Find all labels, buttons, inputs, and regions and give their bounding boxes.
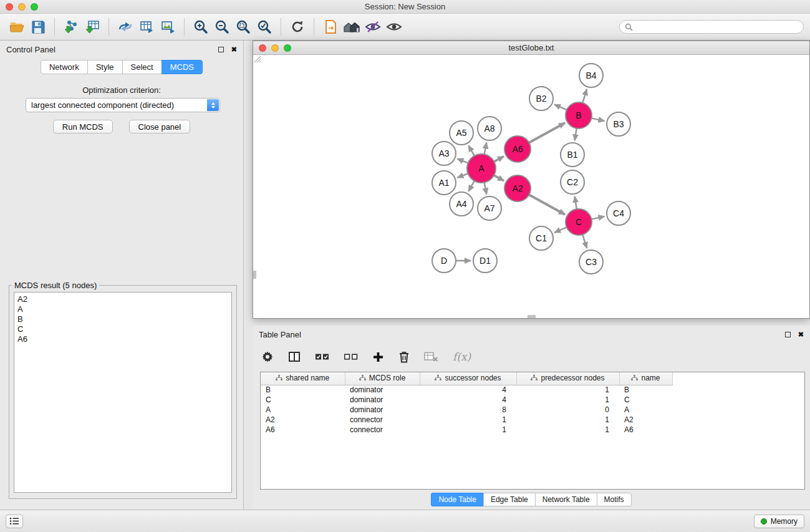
new-table-button[interactable] bbox=[136, 16, 157, 37]
node-A1[interactable]: A1 bbox=[432, 171, 456, 195]
new-network-button[interactable] bbox=[115, 16, 136, 37]
node-A2[interactable]: A2 bbox=[504, 175, 531, 201]
horizontal-scroll-marker[interactable] bbox=[528, 315, 536, 318]
table-row[interactable]: Cdominator41C bbox=[261, 395, 672, 405]
node-C3[interactable]: C3 bbox=[579, 250, 603, 274]
edge-A-A3[interactable] bbox=[457, 159, 469, 164]
network-window-titlebar[interactable]: testGlobe.txt bbox=[253, 41, 809, 55]
column-header-shared-name[interactable]: shared name bbox=[261, 372, 345, 385]
criterion-dropdown[interactable]: largest connected component (directed) bbox=[26, 98, 220, 112]
edge-A6-B[interactable] bbox=[528, 123, 566, 143]
tab-mcds[interactable]: MCDS bbox=[162, 60, 203, 74]
node-A6[interactable]: A6 bbox=[504, 136, 531, 162]
table-row[interactable]: Bdominator41B bbox=[261, 385, 672, 395]
node-B4[interactable]: B4 bbox=[579, 64, 603, 87]
mcds-result-list[interactable]: A2ABCA6 bbox=[14, 292, 232, 493]
import-network-button[interactable] bbox=[60, 16, 82, 37]
node-C[interactable]: C bbox=[566, 209, 592, 235]
float-panel-icon[interactable] bbox=[218, 47, 224, 52]
edge-B-B1[interactable] bbox=[575, 127, 577, 141]
deselect-all-button[interactable] bbox=[344, 351, 358, 362]
edge-A-A5[interactable] bbox=[468, 145, 475, 157]
result-item[interactable]: A6 bbox=[17, 334, 228, 344]
result-item[interactable]: A2 bbox=[17, 294, 228, 304]
memory-button[interactable]: Memory bbox=[754, 515, 804, 528]
table-row[interactable]: A6connector11A6 bbox=[261, 425, 672, 435]
zoom-selected-button[interactable] bbox=[254, 16, 275, 37]
column-header-MCDS-role[interactable]: MCDS role bbox=[345, 372, 420, 385]
node-A7[interactable]: A7 bbox=[478, 196, 501, 220]
edge-B-B3[interactable] bbox=[591, 118, 605, 121]
float-table-panel-icon[interactable] bbox=[785, 332, 791, 337]
export-image-button[interactable] bbox=[157, 16, 178, 37]
run-mcds-button[interactable]: Run MCDS bbox=[53, 120, 113, 133]
node-B2[interactable]: B2 bbox=[529, 87, 553, 110]
edge-C-C3[interactable] bbox=[582, 233, 587, 248]
edge-A-A7[interactable] bbox=[484, 181, 486, 195]
table-settings-button[interactable] bbox=[261, 351, 274, 363]
node-A3[interactable]: A3 bbox=[432, 142, 456, 165]
zoom-out-button[interactable] bbox=[211, 16, 233, 37]
node-table[interactable]: shared nameMCDS rolesuccessor nodesprede… bbox=[260, 372, 805, 490]
edge-A2-C[interactable] bbox=[528, 194, 566, 215]
tab-style[interactable]: Style bbox=[87, 60, 123, 74]
search-field[interactable] bbox=[619, 20, 804, 34]
tab-node-table[interactable]: Node Table bbox=[431, 493, 484, 506]
node-D[interactable]: D bbox=[432, 249, 456, 273]
tab-edge-table[interactable]: Edge Table bbox=[483, 493, 536, 506]
tab-motifs[interactable]: Motifs bbox=[597, 493, 632, 506]
close-table-panel-icon[interactable]: ✖ bbox=[798, 331, 804, 338]
node-C2[interactable]: C2 bbox=[561, 170, 584, 194]
edge-B-B2[interactable] bbox=[554, 104, 568, 110]
table-row[interactable]: Adominator80A bbox=[261, 405, 672, 415]
edge-B-B4[interactable] bbox=[582, 89, 587, 104]
node-A[interactable]: A bbox=[467, 154, 496, 183]
table-row[interactable]: A2connector11A2 bbox=[261, 415, 672, 425]
open-session-button[interactable] bbox=[6, 16, 27, 37]
zoom-in-button[interactable] bbox=[190, 16, 211, 37]
result-item[interactable]: A bbox=[17, 304, 228, 314]
close-window-button[interactable] bbox=[6, 3, 13, 11]
node-A4[interactable]: A4 bbox=[450, 192, 473, 216]
node-A5[interactable]: A5 bbox=[450, 121, 473, 145]
save-session-button[interactable] bbox=[27, 16, 49, 37]
node-D1[interactable]: D1 bbox=[473, 249, 497, 273]
export-document-button[interactable] bbox=[320, 16, 341, 37]
close-panel-icon[interactable]: ✖ bbox=[231, 46, 237, 53]
column-header-predecessor-nodes[interactable]: predecessor nodes bbox=[516, 372, 619, 385]
network-canvas[interactable]: AA6A2BCA5A8A3A1A4A7B2B4B3B1C2C4C1C3DD1 bbox=[253, 55, 809, 318]
node-B3[interactable]: B3 bbox=[607, 112, 630, 136]
node-B1[interactable]: B1 bbox=[561, 143, 584, 167]
vertical-scroll-marker[interactable] bbox=[253, 271, 256, 279]
edge-A-A4[interactable] bbox=[468, 180, 475, 191]
edge-C-C4[interactable] bbox=[591, 216, 605, 220]
node-C1[interactable]: C1 bbox=[529, 226, 553, 250]
select-all-button[interactable] bbox=[315, 351, 329, 362]
edge-A-A1[interactable] bbox=[458, 173, 470, 178]
result-item[interactable]: B bbox=[17, 314, 228, 324]
edge-A-A8[interactable] bbox=[484, 143, 486, 156]
node-B[interactable]: B bbox=[566, 102, 592, 128]
zoom-fit-button[interactable] bbox=[233, 16, 254, 37]
tab-select[interactable]: Select bbox=[122, 60, 162, 74]
task-history-button[interactable] bbox=[6, 515, 23, 528]
column-header-successor-nodes[interactable]: successor nodes bbox=[420, 372, 516, 385]
delete-table-button[interactable] bbox=[424, 351, 438, 362]
network-zoom-button[interactable] bbox=[284, 44, 291, 52]
edge-C-C1[interactable] bbox=[554, 227, 568, 233]
function-builder-button[interactable]: f(x) bbox=[453, 351, 471, 363]
show-details-button[interactable] bbox=[383, 16, 405, 37]
edge-C-C2[interactable] bbox=[575, 196, 577, 211]
add-column-button[interactable] bbox=[372, 351, 384, 363]
close-panel-button[interactable]: Close panel bbox=[129, 120, 191, 133]
import-table-button[interactable] bbox=[82, 16, 103, 37]
hide-details-button[interactable] bbox=[362, 16, 383, 37]
search-input[interactable] bbox=[636, 22, 798, 31]
network-overview-button[interactable] bbox=[341, 16, 362, 37]
show-columns-button[interactable] bbox=[288, 351, 301, 363]
refresh-layout-button[interactable] bbox=[287, 16, 308, 37]
tab-network[interactable]: Network bbox=[41, 60, 88, 74]
edge-A-A2[interactable] bbox=[493, 175, 504, 181]
node-C4[interactable]: C4 bbox=[607, 201, 630, 225]
column-header-name[interactable]: name bbox=[619, 372, 672, 385]
